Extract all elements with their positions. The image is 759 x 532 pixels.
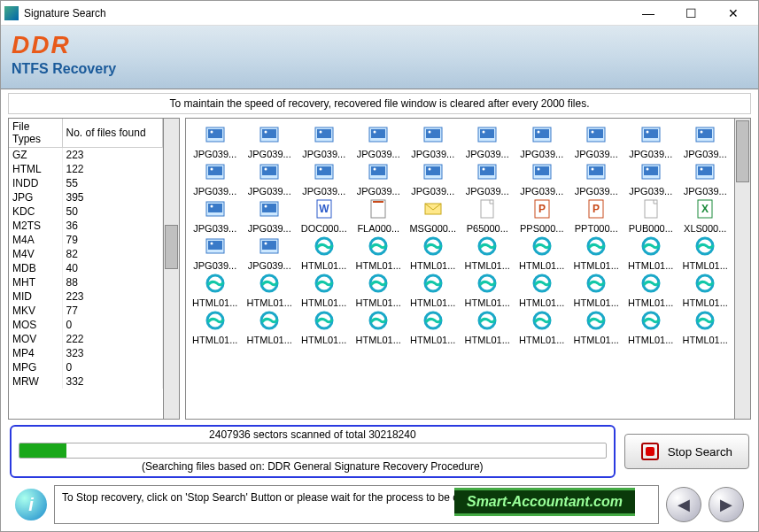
table-row[interactable]: MOV222 [9, 332, 163, 346]
file-item[interactable]: PPPS000... [515, 198, 569, 234]
file-item[interactable]: PUB000... [623, 198, 678, 234]
file-item[interactable]: HTML01... [406, 310, 461, 345]
left-scrollbar[interactable] [164, 118, 180, 420]
table-row[interactable]: M4V82 [9, 247, 163, 261]
table-row[interactable]: MP4323 [9, 346, 163, 360]
table-row[interactable]: HTML122 [9, 162, 163, 176]
file-item[interactable]: JPG039... [678, 161, 733, 197]
table-row[interactable]: M4A79 [9, 233, 163, 247]
minimize-button[interactable]: — [636, 4, 661, 22]
file-label: JPG039... [411, 149, 454, 159]
file-item[interactable]: JPG039... [243, 235, 298, 271]
file-item[interactable]: HTML01... [297, 310, 352, 345]
table-row[interactable]: INDD55 [9, 176, 163, 190]
file-item[interactable]: JPG039... [297, 124, 352, 159]
file-icon [585, 235, 607, 258]
file-item[interactable]: HTML01... [623, 273, 678, 308]
cell-type: HTML [9, 162, 62, 176]
table-row[interactable]: MHT88 [9, 275, 163, 289]
file-item[interactable]: HTML01... [461, 235, 515, 271]
file-item[interactable]: JPG039... [188, 161, 243, 197]
right-scroll-thumb[interactable] [736, 120, 749, 182]
file-label: HTML01... [519, 335, 564, 345]
file-item[interactable]: JPG039... [352, 124, 407, 159]
file-item[interactable]: JPG039... [623, 161, 678, 197]
file-item[interactable]: JPG039... [461, 124, 515, 159]
file-item[interactable]: HTML01... [678, 273, 733, 308]
file-item[interactable]: HTML01... [188, 310, 243, 345]
file-item[interactable]: MSG000... [406, 198, 461, 234]
table-row[interactable]: GZ223 [9, 148, 163, 163]
file-item[interactable]: JPG039... [406, 124, 461, 159]
file-item[interactable]: P65000... [461, 198, 515, 234]
file-item[interactable]: HTML01... [297, 273, 352, 308]
file-item[interactable]: JPG039... [461, 161, 515, 197]
file-item[interactable]: JPG039... [515, 161, 569, 197]
file-item[interactable]: HTML01... [297, 235, 352, 271]
file-item[interactable]: JPG039... [352, 161, 407, 197]
file-item[interactable]: PPPT000... [569, 198, 624, 234]
back-button[interactable]: ◀ [666, 487, 701, 522]
right-scrollbar[interactable] [735, 118, 751, 420]
maximize-button[interactable]: ☐ [678, 4, 703, 22]
col-file-types[interactable]: File Types [9, 119, 62, 148]
close-button[interactable]: ✕ [721, 4, 746, 22]
file-item[interactable]: JPG039... [188, 235, 243, 271]
file-item[interactable]: HTML01... [406, 273, 461, 308]
table-row[interactable]: JPG395 [9, 190, 163, 204]
file-item[interactable]: HTML01... [352, 235, 407, 271]
file-icon [205, 310, 226, 333]
file-item[interactable]: JPG039... [406, 161, 461, 197]
file-item[interactable]: JPG039... [243, 198, 298, 234]
file-item[interactable]: HTML01... [569, 310, 624, 345]
file-item[interactable]: HTML01... [515, 273, 569, 308]
table-row[interactable]: MID223 [9, 289, 163, 304]
file-item[interactable]: HTML01... [569, 235, 624, 271]
table-row[interactable]: MRW332 [9, 374, 163, 389]
file-item[interactable]: HTML01... [243, 310, 298, 345]
file-item[interactable]: JPG039... [243, 161, 298, 197]
file-item[interactable]: HTML01... [461, 273, 515, 308]
file-item[interactable]: JPG039... [297, 161, 352, 197]
left-scroll-thumb[interactable] [165, 225, 178, 269]
file-item[interactable]: HTML01... [515, 235, 569, 271]
file-item[interactable]: JPG039... [515, 124, 569, 159]
file-icon [476, 273, 498, 296]
file-item[interactable]: HTML01... [678, 235, 733, 271]
file-item[interactable]: JPG039... [243, 124, 298, 159]
file-item[interactable]: JPG039... [188, 198, 243, 234]
table-row[interactable]: M2TS36 [9, 219, 163, 233]
stop-search-button[interactable]: Stop Search [624, 434, 749, 469]
file-item[interactable]: HTML01... [461, 310, 515, 345]
file-item[interactable]: HTML01... [623, 310, 678, 345]
file-item[interactable]: FLA000... [352, 198, 407, 234]
file-item[interactable]: JPG039... [569, 161, 624, 197]
file-item[interactable]: JPG039... [188, 124, 243, 159]
file-item[interactable]: JPG039... [569, 124, 624, 159]
file-item[interactable]: HTML01... [352, 273, 407, 308]
next-button[interactable]: ▶ [709, 487, 744, 522]
svg-text:P: P [592, 203, 600, 215]
file-icon [259, 124, 280, 147]
progress-bar [19, 443, 607, 459]
file-item[interactable]: JPG039... [678, 124, 733, 159]
file-item[interactable]: HTML01... [678, 310, 733, 345]
file-item[interactable]: WDOC000... [297, 198, 352, 234]
file-item[interactable]: XXLS000... [678, 198, 733, 234]
file-item[interactable]: HTML01... [352, 310, 407, 345]
file-item[interactable]: HTML01... [623, 235, 678, 271]
file-item[interactable]: HTML01... [243, 273, 298, 308]
svg-rect-25 [644, 129, 658, 138]
file-item[interactable]: HTML01... [188, 273, 243, 308]
table-row[interactable]: KDC50 [9, 204, 163, 219]
table-row[interactable]: MPG0 [9, 360, 163, 374]
file-item[interactable]: JPG039... [623, 124, 678, 159]
file-label: HTML01... [301, 297, 346, 308]
file-item[interactable]: HTML01... [515, 310, 569, 345]
table-row[interactable]: MDB40 [9, 261, 163, 275]
file-item[interactable]: HTML01... [569, 273, 624, 308]
col-file-count[interactable]: No. of files found [62, 119, 163, 148]
file-item[interactable]: HTML01... [406, 235, 461, 271]
table-row[interactable]: MKV77 [9, 304, 163, 318]
table-row[interactable]: MOS0 [9, 318, 163, 332]
